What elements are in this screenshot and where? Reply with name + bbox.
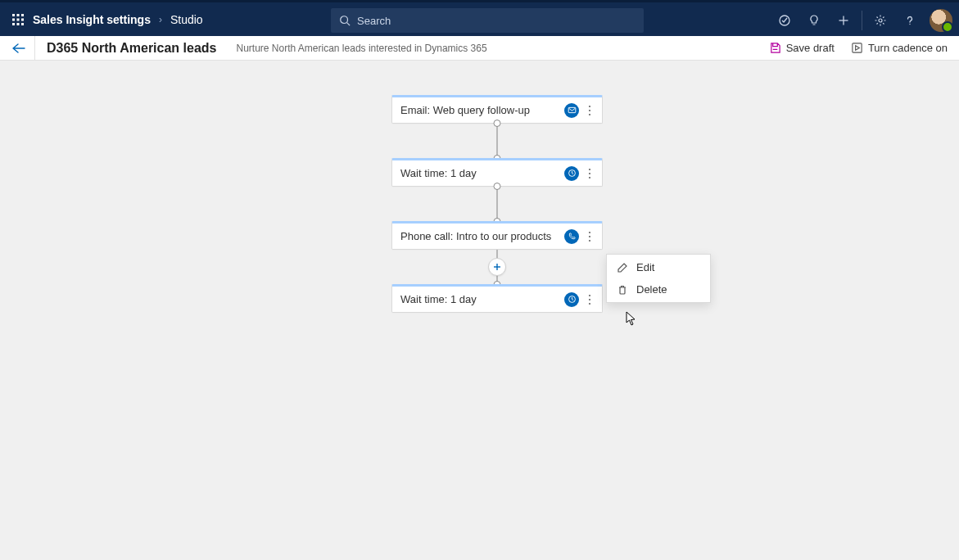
- flow-step-label: Wait time: 1 day: [400, 293, 564, 305]
- add-step-button[interactable]: [488, 258, 506, 276]
- connector-dot: [494, 120, 501, 127]
- svg-line-10: [347, 23, 351, 26]
- svg-point-24: [589, 231, 590, 233]
- svg-point-17: [589, 105, 590, 106]
- breadcrumb: Sales Insight settings › Studio: [33, 13, 203, 26]
- save-draft-label: Save draft: [786, 42, 835, 54]
- svg-point-18: [589, 109, 590, 111]
- breadcrumb-root[interactable]: Sales Insight settings: [33, 13, 151, 26]
- divider: [34, 36, 35, 61]
- sub-header: D365 North American leads Nurture North …: [0, 36, 959, 61]
- assistant-icon[interactable]: [770, 2, 799, 38]
- app-launcher-button[interactable]: [7, 8, 29, 31]
- svg-rect-4: [17, 18, 20, 20]
- svg-point-19: [589, 113, 590, 115]
- add-icon[interactable]: [829, 2, 858, 38]
- svg-rect-1: [17, 14, 20, 16]
- help-icon[interactable]: [895, 2, 925, 38]
- step-menu-button[interactable]: [584, 168, 595, 179]
- step-menu-button[interactable]: [584, 294, 595, 305]
- phone-icon: [564, 229, 579, 244]
- menu-item-label: Edit: [636, 261, 654, 273]
- turn-cadence-on-label: Turn cadence on: [868, 42, 948, 54]
- flow-step-label: Wait time: 1 day: [400, 167, 564, 179]
- lightbulb-icon[interactable]: [799, 2, 829, 38]
- flow-step-label: Email: Web query follow-up: [400, 104, 564, 116]
- flow-connector: [496, 187, 498, 221]
- menu-item-delete[interactable]: Delete: [607, 278, 710, 300]
- svg-point-9: [341, 16, 348, 24]
- search-input[interactable]: Search: [331, 8, 644, 33]
- svg-point-22: [589, 172, 590, 174]
- connector-dot: [494, 183, 501, 190]
- menu-item-label: Delete: [636, 283, 667, 296]
- svg-rect-7: [17, 23, 20, 25]
- edit-icon: [617, 262, 628, 273]
- menu-item-edit[interactable]: Edit: [607, 256, 710, 278]
- flow-step-phone[interactable]: Phone call: Intro to our products: [391, 221, 603, 250]
- save-draft-button[interactable]: Save draft: [769, 42, 835, 54]
- divider: [862, 11, 862, 30]
- page-description: Nurture North American leads interested …: [236, 43, 486, 54]
- svg-rect-2: [21, 14, 24, 16]
- svg-point-26: [589, 239, 590, 241]
- turn-cadence-on-button[interactable]: Turn cadence on: [851, 42, 948, 54]
- svg-point-14: [879, 19, 882, 22]
- svg-rect-3: [12, 18, 15, 20]
- step-context-menu: Edit Delete: [606, 254, 711, 303]
- svg-point-25: [589, 235, 590, 237]
- svg-rect-5: [21, 18, 24, 20]
- flow-connector: [496, 124, 498, 158]
- flow-connector: [496, 250, 498, 284]
- svg-rect-8: [21, 23, 24, 25]
- search-icon: [339, 15, 351, 26]
- search-placeholder: Search: [357, 15, 391, 27]
- svg-rect-15: [853, 43, 862, 52]
- top-navigation: Sales Insight settings › Studio Search: [0, 0, 959, 36]
- chevron-right-icon: ›: [159, 14, 162, 25]
- svg-point-32: [589, 302, 590, 304]
- flow-column: Email: Web query follow-up Wait time: 1 …: [391, 95, 603, 313]
- svg-point-21: [589, 168, 590, 169]
- trash-icon: [617, 284, 628, 296]
- flow-step-label: Phone call: Intro to our products: [400, 230, 564, 242]
- back-button[interactable]: [11, 43, 34, 54]
- step-menu-button[interactable]: [584, 105, 595, 116]
- flow-canvas[interactable]: Email: Web query follow-up Wait time: 1 …: [0, 61, 959, 560]
- svg-rect-0: [12, 14, 15, 16]
- svg-point-31: [589, 298, 590, 300]
- email-icon: [564, 103, 579, 118]
- svg-rect-6: [12, 23, 15, 25]
- clock-icon: [564, 166, 579, 181]
- gear-icon[interactable]: [866, 2, 895, 38]
- avatar[interactable]: [930, 9, 952, 32]
- svg-point-23: [589, 176, 590, 178]
- svg-point-30: [589, 294, 590, 296]
- top-actions: [770, 2, 952, 38]
- page-title: D365 North American leads: [47, 41, 216, 56]
- step-menu-button[interactable]: [584, 231, 595, 242]
- clock-icon: [564, 292, 579, 307]
- flow-step-wait[interactable]: Wait time: 1 day: [391, 284, 603, 313]
- breadcrumb-current[interactable]: Studio: [170, 13, 203, 26]
- cursor-icon: [626, 311, 637, 326]
